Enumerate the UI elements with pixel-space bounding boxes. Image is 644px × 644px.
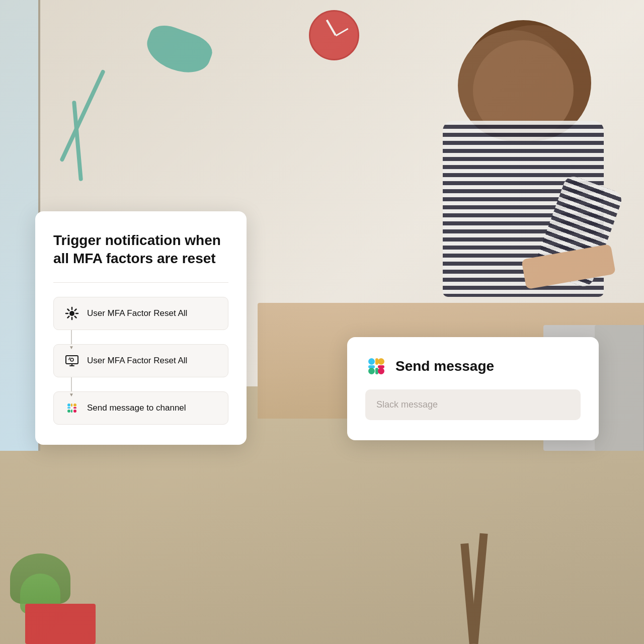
step-3-label: Send message to channel — [87, 403, 186, 413]
svg-rect-15 — [67, 410, 70, 413]
svg-rect-14 — [71, 404, 72, 407]
workflow-card: Trigger notification when all MFA factor… — [35, 211, 247, 445]
slack-message-card: Send message Slack message — [347, 337, 599, 440]
slack-icon-small — [64, 400, 80, 416]
step-2-label: User MFA Factor Reset All — [87, 356, 187, 366]
svg-rect-17 — [73, 410, 76, 413]
svg-rect-19 — [368, 358, 375, 365]
svg-rect-23 — [368, 368, 375, 374]
workflow-steps: User MFA Factor Reset All User MFA Facto… — [53, 297, 228, 425]
svg-rect-16 — [71, 410, 72, 413]
monitor-icon — [64, 353, 80, 369]
slack-card-title: Send message — [395, 358, 494, 374]
step-1-label: User MFA Factor Reset All — [87, 308, 187, 318]
workflow-step-2[interactable]: User MFA Factor Reset All — [53, 344, 228, 377]
svg-rect-25 — [378, 368, 384, 374]
svg-rect-26 — [378, 365, 384, 368]
svg-rect-12 — [67, 407, 70, 409]
svg-point-10 — [70, 358, 73, 361]
okta-sunburst-icon — [64, 305, 80, 321]
svg-rect-22 — [375, 358, 378, 365]
slack-card-header: Send message — [365, 355, 581, 377]
svg-line-6 — [75, 316, 76, 317]
workflow-title: Trigger notification when all MFA factor… — [53, 231, 228, 268]
slack-logo — [365, 355, 387, 377]
ui-content: Trigger notification when all MFA factor… — [0, 0, 644, 644]
slack-message-input[interactable]: Slack message — [365, 389, 581, 420]
svg-rect-9 — [66, 356, 78, 364]
svg-rect-13 — [73, 404, 76, 407]
svg-rect-11 — [67, 404, 70, 407]
workflow-divider — [53, 282, 228, 283]
svg-point-0 — [69, 311, 74, 316]
svg-rect-21 — [378, 358, 384, 365]
svg-rect-18 — [73, 407, 76, 409]
step-connector-2 — [71, 377, 72, 391]
workflow-step-1[interactable]: User MFA Factor Reset All — [53, 297, 228, 330]
step-connector-1 — [71, 330, 72, 344]
svg-line-7 — [75, 309, 76, 310]
svg-line-8 — [68, 316, 69, 317]
workflow-step-3[interactable]: Send message to channel — [53, 391, 228, 425]
svg-line-5 — [68, 309, 69, 310]
